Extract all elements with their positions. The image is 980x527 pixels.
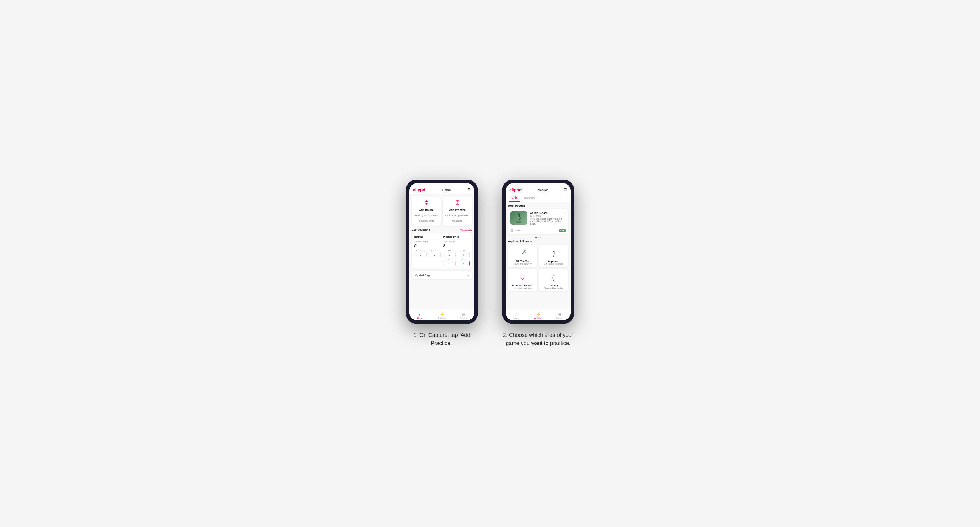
putt-value: 4 [457, 261, 469, 266]
rounds-title: Rounds [414, 235, 441, 240]
svg-point-17 [526, 252, 527, 253]
approach-subtitle: Dial-in to hit the green [544, 263, 563, 265]
most-popular-title: Most Popular [508, 204, 568, 207]
ott-label: OTT [443, 250, 456, 252]
bottom-nav-2: ⌂ Home ⚡ Activities ⊕ Capture [506, 310, 571, 321]
app-header: clippd Home ☰ [409, 186, 474, 194]
off-the-tee-subtitle: Power and accuracy [514, 263, 531, 265]
home-nav-label: Home [417, 317, 423, 319]
svg-point-24 [520, 276, 521, 277]
rounds-capture-label: Rounds Capture [414, 241, 441, 243]
status-bar [409, 183, 474, 186]
nav-capture[interactable]: ⊕ Capture [453, 312, 474, 319]
hamburger-icon[interactable]: ☰ [468, 188, 471, 192]
nav-activities[interactable]: ⚡ Activities [431, 312, 453, 319]
skill-around-green[interactable]: Around The Green Hone your short game [508, 269, 537, 291]
tournament-stat: Tournament 0 [414, 250, 427, 257]
add-round-title: Add Round [414, 208, 439, 211]
featured-card[interactable]: Wedge Ladder 50–100 yds Play 1 shot at e… [508, 209, 568, 234]
putt-label: PUTT [457, 259, 469, 260]
off-the-tee-visual [517, 248, 528, 259]
shots-count: 9 shots [511, 229, 522, 232]
featured-yards: 50–100 yds [530, 215, 566, 217]
skill-putting[interactable]: Putting Make and lag practice [539, 269, 568, 291]
rounds-capture-value: 0 [414, 243, 441, 248]
drills-capture-label: Drills Capture [443, 241, 469, 243]
dot-2 [538, 237, 539, 238]
stats-period-label: Last 3 Months [412, 228, 430, 231]
app-logo-2: clippd [509, 187, 522, 192]
nav2-activities[interactable]: ⚡ Activities [527, 312, 549, 319]
putt-stat: PUTT 4 [457, 259, 469, 266]
bottom-nav-1: ⌂ Home ⚡ Activities ⊕ Capture [409, 310, 474, 321]
nav2-capture[interactable]: ⊕ Capture [549, 312, 571, 319]
skill-grid: Off The Tee Power and accuracy [508, 245, 568, 291]
phone2-screen: clippd Practice ☰ Drills Favourites Most… [506, 183, 571, 321]
capture-nav-label-2: Capture [556, 317, 564, 319]
phone1-frame: clippd Home ☰ [406, 179, 478, 324]
app-logo: clippd [413, 187, 425, 192]
star-icon[interactable]: ☆ [563, 211, 566, 215]
hamburger-icon-2[interactable]: ☰ [564, 188, 567, 192]
tabs-row: Drills Favourites [506, 194, 571, 202]
golf-bag-row[interactable]: My Golf Bag › [412, 271, 472, 279]
caption-1: 1. On Capture, tap 'Add Practice'. [406, 331, 478, 348]
skill-off-the-tee[interactable]: Off The Tee Power and accuracy [508, 245, 537, 267]
screen2-content: Most Popular [506, 202, 571, 310]
arg-stat: ARG 0 [443, 259, 456, 266]
view-activity-link[interactable]: View Activity [460, 229, 472, 231]
app-badge: APP [558, 229, 566, 232]
putting-subtitle: Make and lag practice [544, 287, 563, 289]
activities-nav-icon: ⚡ [439, 312, 445, 317]
add-practice-title: Add Practice [445, 208, 469, 211]
drills-capture-value: 8 [443, 243, 469, 248]
activities-nav-label-2: Activities [534, 317, 542, 319]
phone1-screen: clippd Home ☰ [409, 183, 474, 321]
svg-point-7 [516, 221, 522, 223]
add-round-subtitle: Record your shots fast or enhanced mode [414, 214, 438, 222]
add-practice-card[interactable]: Add Practice Capture your practice off-t… [443, 197, 472, 226]
svg-point-18 [525, 249, 525, 250]
approach-visual [548, 248, 559, 259]
add-round-card[interactable]: Add Round Record your shots fast or enha… [412, 197, 441, 226]
featured-info: Wedge Ladder 50–100 yds Play 1 shot at e… [530, 211, 566, 225]
activities-nav-icon-2: ⚡ [536, 312, 541, 317]
drills-sub-stats-2: ARG 0 PUTT 4 [443, 259, 469, 266]
featured-desc: Play 1 shot at each target yardage. If y… [530, 218, 566, 225]
around-green-visual [517, 272, 528, 283]
header-title-2: Practice [537, 188, 549, 192]
around-green-subtitle: Hone your short game [513, 287, 532, 289]
skill-approach[interactable]: Approach Dial-in to hit the green [539, 245, 568, 267]
tab-drills[interactable]: Drills [509, 194, 520, 202]
stats-card: Rounds Rounds Capture 0 Tournament 0 [412, 233, 472, 268]
stats-row: Rounds Rounds Capture 0 Tournament 0 [414, 235, 469, 266]
app-header-2: clippd Practice ☰ [506, 186, 571, 194]
featured-thumb [511, 211, 527, 225]
home-nav-label-2: Home [514, 317, 520, 319]
nav2-home[interactable]: ⌂ Home [506, 312, 527, 319]
capture-nav-icon: ⊕ [462, 312, 465, 317]
drills-title: Practice Drills [443, 235, 469, 240]
dot-1 [535, 237, 537, 238]
ott-stat: OTT 0 [443, 250, 456, 257]
tournament-label: Tournament [414, 250, 427, 252]
phone2-section: clippd Practice ☰ Drills Favourites Most… [502, 179, 574, 348]
home-nav-icon-2: ⌂ [515, 312, 518, 317]
app-stat: APP 4 [457, 250, 469, 257]
phones-container: clippd Home ☰ [406, 179, 574, 348]
putting-title: Putting [550, 284, 558, 287]
nav-home[interactable]: ⌂ Home [409, 312, 431, 319]
phone2-frame: clippd Practice ☰ Drills Favourites Most… [502, 179, 574, 324]
svg-point-22 [553, 251, 554, 251]
tournament-value: 0 [414, 252, 427, 257]
capture-nav-icon-2: ⊕ [558, 312, 562, 317]
add-round-icon [414, 200, 439, 207]
tab-favourites[interactable]: Favourites [520, 194, 538, 202]
arg-label: ARG [443, 259, 456, 260]
svg-point-8 [518, 213, 520, 215]
dot-3 [540, 237, 541, 238]
drills-sub-stats: OTT 0 APP 4 [443, 250, 469, 257]
practice-label: Practice [428, 250, 441, 252]
app-label: APP [457, 250, 469, 252]
home-nav-icon: ⌂ [419, 312, 422, 317]
